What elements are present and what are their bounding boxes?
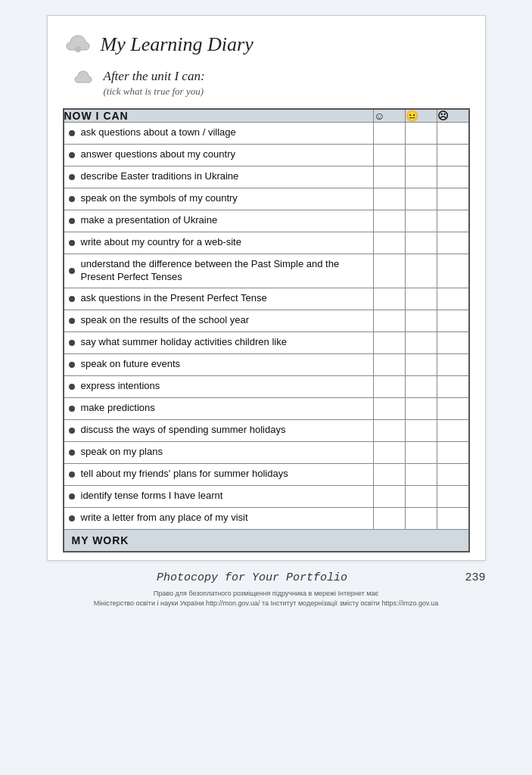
check-cell-11-0[interactable] <box>374 375 406 397</box>
check-cell-17-0[interactable] <box>374 507 406 529</box>
check-cell-16-2[interactable] <box>437 485 469 507</box>
item-cell-9: say what summer holiday activities child… <box>64 331 374 353</box>
check-cell-14-1[interactable] <box>406 441 437 463</box>
table-row: say what summer holiday activities child… <box>64 331 469 353</box>
check-cell-3-2[interactable] <box>437 188 469 210</box>
emoji-happy-header: ☺ <box>374 109 406 123</box>
check-cell-12-2[interactable] <box>437 397 469 419</box>
check-cell-12-0[interactable] <box>374 397 406 419</box>
check-cell-5-1[interactable] <box>406 232 437 254</box>
check-cell-13-1[interactable] <box>406 419 437 441</box>
check-cell-12-1[interactable] <box>406 397 437 419</box>
check-cell-1-0[interactable] <box>374 144 406 166</box>
table-row: speak on the results of the school year <box>64 310 469 331</box>
check-cell-15-0[interactable] <box>374 463 406 485</box>
check-cell-14-0[interactable] <box>374 441 406 463</box>
emoji-sad-header: ☹ <box>437 109 469 123</box>
bullet-icon <box>69 240 75 246</box>
legal-line1: Право для безоплатного розміщення підруч… <box>47 589 486 599</box>
check-cell-7-1[interactable] <box>406 288 437 310</box>
subtitle-icon <box>70 67 96 93</box>
check-cell-2-1[interactable] <box>406 166 437 188</box>
check-cell-9-2[interactable] <box>437 331 469 353</box>
check-cell-5-0[interactable] <box>374 232 406 254</box>
check-cell-17-1[interactable] <box>406 507 437 529</box>
table-row: discuss the ways of spending summer holi… <box>64 419 469 441</box>
check-cell-0-1[interactable] <box>406 122 437 144</box>
check-cell-16-0[interactable] <box>374 485 406 507</box>
my-work-label: MY WORK <box>64 529 469 552</box>
check-cell-7-2[interactable] <box>437 288 469 310</box>
content-area: My Learning Diary After the unit I can: … <box>47 15 486 561</box>
item-cell-7: ask questions in the Present Perfect Ten… <box>64 288 374 310</box>
check-cell-4-2[interactable] <box>437 210 469 232</box>
bullet-icon <box>69 340 75 346</box>
check-cell-9-1[interactable] <box>406 331 437 353</box>
check-cell-11-1[interactable] <box>406 375 437 397</box>
emoji-neutral-header: 😐 <box>406 109 437 123</box>
bullet-icon <box>69 515 75 521</box>
check-cell-1-1[interactable] <box>406 144 437 166</box>
check-cell-16-1[interactable] <box>406 485 437 507</box>
item-cell-11: express intentions <box>64 375 374 397</box>
check-cell-10-1[interactable] <box>406 353 437 375</box>
table-row: speak on my plans <box>64 441 469 463</box>
check-cell-3-0[interactable] <box>374 188 406 210</box>
check-cell-3-1[interactable] <box>406 188 437 210</box>
check-cell-13-2[interactable] <box>437 419 469 441</box>
check-cell-8-0[interactable] <box>374 310 406 331</box>
item-cell-14: speak on my plans <box>64 441 374 463</box>
item-text: make predictions <box>81 402 155 415</box>
check-cell-17-2[interactable] <box>437 507 469 529</box>
check-cell-11-2[interactable] <box>437 375 469 397</box>
check-cell-5-2[interactable] <box>437 232 469 254</box>
item-cell-10: speak on future events <box>64 353 374 375</box>
item-cell-0: ask questions about a town / village <box>64 122 374 144</box>
bullet-icon <box>69 493 75 500</box>
check-cell-4-0[interactable] <box>374 210 406 232</box>
check-cell-8-1[interactable] <box>406 310 437 331</box>
item-cell-6: understand the difference between the Pa… <box>64 254 374 288</box>
item-cell-1: answer questions about my country <box>64 144 374 166</box>
diary-icon <box>63 30 93 60</box>
item-text: answer questions about my country <box>81 148 236 161</box>
my-work-row: MY WORK <box>64 529 469 552</box>
check-cell-6-0[interactable] <box>374 254 406 288</box>
check-cell-10-2[interactable] <box>437 353 469 375</box>
item-cell-15: tell about my friends' plans for summer … <box>64 463 374 485</box>
check-cell-10-0[interactable] <box>374 353 406 375</box>
check-cell-8-2[interactable] <box>437 310 469 331</box>
check-cell-14-2[interactable] <box>437 441 469 463</box>
table-row: write a letter from any place of my visi… <box>64 507 469 529</box>
check-cell-0-2[interactable] <box>437 122 469 144</box>
check-cell-6-2[interactable] <box>437 254 469 288</box>
item-text: speak on my plans <box>81 446 163 459</box>
bullet-icon <box>69 296 75 302</box>
table-header-row: NOW I CAN ☺ 😐 ☹ <box>64 109 469 123</box>
table-row: write about my country for a web-site <box>64 232 469 254</box>
check-cell-15-1[interactable] <box>406 463 437 485</box>
item-cell-4: make a presentation of Ukraine <box>64 210 374 232</box>
item-cell-3: speak on the symbols of my country <box>64 188 374 210</box>
bullet-icon <box>69 174 75 180</box>
table-row: ask questions about a town / village <box>64 122 469 144</box>
legal-text: Право для безоплатного розміщення підруч… <box>47 589 486 609</box>
check-cell-9-0[interactable] <box>374 331 406 353</box>
check-cell-13-0[interactable] <box>374 419 406 441</box>
bullet-icon <box>69 130 75 136</box>
bullet-icon <box>69 218 75 224</box>
check-cell-4-1[interactable] <box>406 210 437 232</box>
bullet-icon <box>69 472 75 478</box>
subtitle-note: (tick what is true for you) <box>104 86 205 98</box>
table-row: make a presentation of Ukraine <box>64 210 469 232</box>
item-text: express intentions <box>81 380 160 393</box>
check-cell-2-0[interactable] <box>374 166 406 188</box>
check-cell-15-2[interactable] <box>437 463 469 485</box>
check-cell-2-2[interactable] <box>437 166 469 188</box>
check-cell-6-1[interactable] <box>406 254 437 288</box>
check-cell-7-0[interactable] <box>374 288 406 310</box>
check-cell-0-0[interactable] <box>374 122 406 144</box>
check-cell-1-2[interactable] <box>437 144 469 166</box>
item-cell-16: identify tense forms I have learnt <box>64 485 374 507</box>
item-text: identify tense forms I have learnt <box>81 490 223 503</box>
